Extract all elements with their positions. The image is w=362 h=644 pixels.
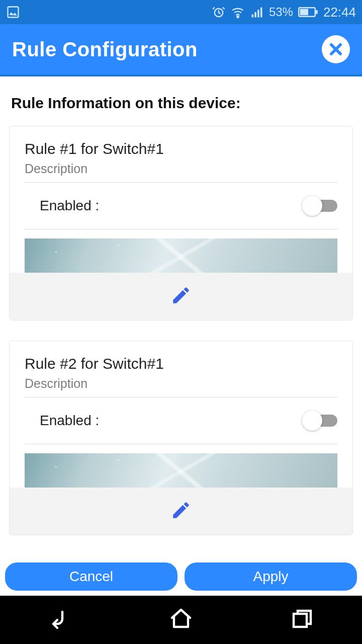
system-nav-bar (0, 596, 362, 644)
alarm-icon (212, 5, 226, 19)
enabled-label: Enabled : (40, 413, 99, 429)
pencil-icon (170, 500, 192, 523)
back-button[interactable] (0, 596, 121, 644)
clock-time: 22:44 (323, 5, 356, 20)
page-title: Rule Configuration (12, 38, 198, 61)
cancel-button[interactable]: Cancel (5, 562, 177, 591)
enabled-toggle[interactable] (304, 200, 337, 212)
divider (25, 229, 337, 229)
edit-button[interactable] (10, 273, 352, 320)
signal-icon (250, 5, 264, 19)
rule-banner-image (25, 453, 337, 488)
action-buttons: Cancel Apply (0, 560, 362, 596)
home-button[interactable] (121, 596, 241, 644)
recents-icon (290, 607, 314, 633)
pencil-icon (170, 285, 192, 308)
recents-button[interactable] (241, 596, 362, 644)
rule-description: Description (25, 376, 337, 391)
svg-rect-9 (316, 10, 318, 14)
rule-title: Rule #1 for Switch#1 (25, 140, 337, 157)
main-content: Rule Information on this device: Rule #1… (0, 76, 362, 560)
app-bar: Rule Configuration (0, 24, 362, 76)
rule-title: Rule #2 for Switch#1 (25, 355, 337, 372)
wifi-icon (231, 5, 245, 19)
rule-description: Description (25, 162, 337, 176)
home-icon (169, 607, 193, 633)
back-icon (48, 607, 72, 633)
rule-card: Rule #2 for Switch#1 Description Enabled… (9, 341, 353, 535)
svg-rect-10 (294, 614, 307, 627)
svg-rect-5 (257, 10, 259, 17)
rule-card: Rule #1 for Switch#1 Description Enabled… (9, 126, 353, 320)
rule-banner-image (25, 238, 337, 273)
enabled-label: Enabled : (40, 198, 99, 214)
apply-button[interactable]: Apply (185, 562, 357, 591)
divider (25, 444, 337, 444)
svg-rect-4 (254, 12, 256, 18)
close-button[interactable] (322, 35, 350, 63)
svg-rect-6 (260, 8, 262, 18)
svg-point-2 (237, 16, 239, 18)
section-title: Rule Information on this device: (11, 95, 351, 112)
battery-icon (298, 5, 318, 19)
edit-button[interactable] (10, 488, 352, 535)
svg-rect-8 (300, 9, 308, 16)
gallery-icon (6, 5, 20, 19)
status-bar: 53% 22:44 (0, 0, 362, 24)
enabled-toggle[interactable] (304, 415, 337, 427)
svg-rect-3 (251, 15, 253, 18)
battery-percentage: 53% (269, 5, 293, 19)
svg-rect-0 (8, 7, 19, 18)
